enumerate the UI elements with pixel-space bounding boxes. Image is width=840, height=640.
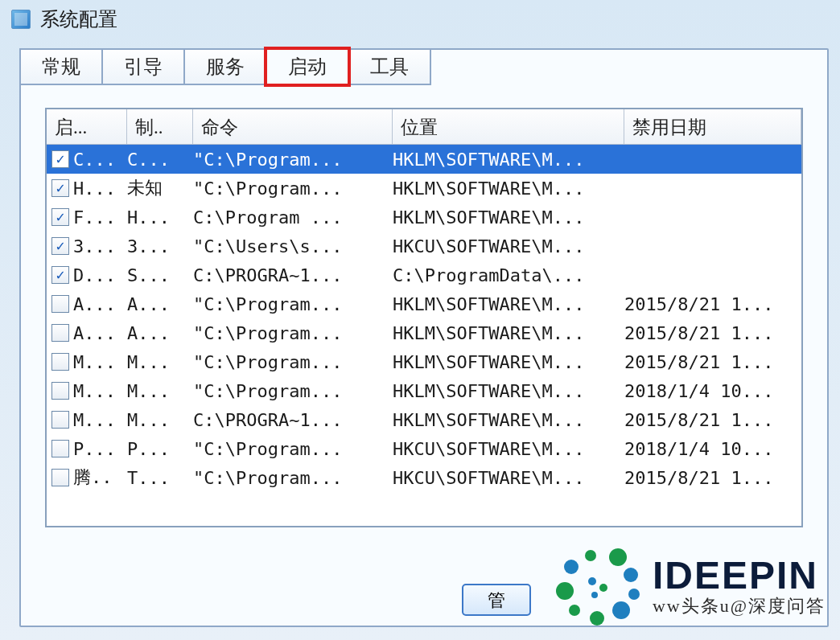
cell-c3: HKLM\SOFTWARE\M... bbox=[393, 178, 624, 199]
col-header-command[interactable]: 命令 bbox=[193, 109, 393, 144]
cell-c4: 2015/8/21 1... bbox=[624, 294, 801, 314]
cell-c1: P... bbox=[127, 439, 193, 459]
titlebar: 系统配置 bbox=[0, 0, 840, 39]
cell-startup-item: 3... bbox=[73, 236, 116, 256]
col-header-location[interactable]: 位置 bbox=[393, 109, 624, 144]
cell-startup-item: A... bbox=[73, 294, 116, 314]
table-row[interactable]: 3...3..."C:\Users\s...HKCU\SOFTWARE\M... bbox=[47, 232, 801, 261]
row-checkbox[interactable] bbox=[51, 440, 69, 457]
cell-startup-item: A... bbox=[73, 323, 116, 343]
tab-4[interactable]: 工具 bbox=[348, 48, 431, 85]
cell-startup-item: F... bbox=[73, 207, 116, 228]
cell-startup-item: M... bbox=[73, 410, 116, 430]
cell-c4: 2015/8/21 1... bbox=[624, 323, 801, 343]
table-row[interactable]: F...H...C:\Program ...HKLM\SOFTWARE\M... bbox=[47, 203, 801, 232]
cell-c2: "C:\Program... bbox=[193, 178, 393, 199]
cell-c4: 2018/1/4 10... bbox=[624, 439, 801, 459]
app-icon bbox=[11, 10, 31, 29]
cell-c1: A... bbox=[127, 323, 193, 343]
cell-c2: "C:\Users\s... bbox=[193, 236, 393, 256]
startup-list: 启... 制.. 命令 位置 禁用日期 C...C..."C:\Program.… bbox=[45, 108, 803, 527]
tab-2[interactable]: 服务 bbox=[183, 48, 267, 85]
table-row[interactable]: M...M...C:\PROGRA~1...HKLM\SOFTWARE\M...… bbox=[47, 405, 801, 434]
cell-c2: "C:\Program... bbox=[193, 381, 393, 401]
table-row[interactable]: A...A..."C:\Program...HKLM\SOFTWARE\M...… bbox=[47, 289, 801, 318]
cell-startup-item: C... bbox=[73, 150, 116, 170]
cell-c1: 未知 bbox=[127, 176, 193, 200]
table-row[interactable]: C...C..."C:\Program...HKLM\SOFTWARE\M... bbox=[47, 145, 801, 174]
cell-startup-item: M... bbox=[73, 352, 116, 372]
cell-c4: 2015/8/21 1... bbox=[624, 352, 801, 372]
cell-c2: "C:\Program... bbox=[193, 150, 393, 170]
table-row[interactable]: A...A..."C:\Program...HKLM\SOFTWARE\M...… bbox=[47, 318, 801, 347]
row-checkbox[interactable] bbox=[51, 208, 69, 226]
cell-c2: "C:\Program... bbox=[193, 323, 393, 343]
cell-c4: 2015/8/21 1... bbox=[624, 468, 801, 488]
row-checkbox[interactable] bbox=[51, 382, 69, 400]
col-header-startup-item[interactable]: 启... bbox=[47, 109, 127, 144]
bottom-button[interactable]: 管 bbox=[462, 584, 531, 616]
tab-3[interactable]: 启动 bbox=[266, 48, 349, 85]
cell-c1: 3... bbox=[127, 236, 193, 256]
cell-c1: A... bbox=[127, 294, 193, 314]
list-header: 启... 制.. 命令 位置 禁用日期 bbox=[47, 109, 801, 145]
row-checkbox[interactable] bbox=[51, 324, 69, 342]
cell-c2: C:\Program ... bbox=[193, 207, 393, 228]
col-header-manufacturer[interactable]: 制.. bbox=[127, 109, 193, 144]
row-checkbox[interactable] bbox=[51, 266, 69, 284]
row-checkbox[interactable] bbox=[51, 179, 69, 197]
row-checkbox[interactable] bbox=[51, 237, 69, 255]
cell-c1: M... bbox=[127, 381, 193, 401]
row-checkbox[interactable] bbox=[51, 150, 69, 168]
tabstrip: 常规引导服务启动工具 bbox=[19, 48, 827, 85]
cell-c1: S... bbox=[127, 265, 193, 285]
table-row[interactable]: D...S...C:\PROGRA~1...C:\ProgramData\... bbox=[47, 261, 801, 289]
cell-c2: "C:\Program... bbox=[193, 352, 393, 372]
cell-c2: C:\PROGRA~1... bbox=[193, 410, 393, 430]
cell-c4: 2018/1/4 10... bbox=[624, 381, 801, 401]
cell-c2: "C:\Program... bbox=[193, 468, 393, 488]
table-row[interactable]: H...未知"C:\Program...HKLM\SOFTWARE\M... bbox=[47, 174, 801, 203]
cell-c3: C:\ProgramData\... bbox=[393, 265, 624, 285]
cell-c3: HKLM\SOFTWARE\M... bbox=[393, 410, 624, 430]
cell-c2: "C:\Program... bbox=[193, 294, 393, 314]
cell-c4: 2015/8/21 1... bbox=[624, 410, 801, 430]
cell-c2: C:\PROGRA~1... bbox=[193, 265, 393, 285]
cell-c1: H... bbox=[127, 207, 193, 228]
tab-panel-startup: 启... 制.. 命令 位置 禁用日期 C...C..."C:\Program.… bbox=[21, 85, 827, 535]
table-row[interactable]: M...M..."C:\Program...HKLM\SOFTWARE\M...… bbox=[47, 347, 801, 376]
cell-c3: HKLM\SOFTWARE\M... bbox=[393, 323, 624, 343]
window-title: 系统配置 bbox=[40, 6, 117, 32]
cell-c3: HKCU\SOFTWARE\M... bbox=[393, 236, 624, 256]
table-row[interactable]: P...P..."C:\Program...HKCU\SOFTWARE\M...… bbox=[47, 434, 801, 463]
cell-startup-item: H... bbox=[73, 178, 116, 199]
cell-c3: HKLM\SOFTWARE\M... bbox=[393, 294, 624, 314]
tab-1[interactable]: 引导 bbox=[101, 48, 185, 85]
row-checkbox[interactable] bbox=[51, 469, 69, 486]
cell-c2: "C:\Program... bbox=[193, 439, 393, 459]
cell-c3: HKLM\SOFTWARE\M... bbox=[393, 207, 624, 228]
cell-startup-item: 腾.. bbox=[73, 466, 113, 490]
cell-c3: HKCU\SOFTWARE\M... bbox=[393, 468, 624, 488]
cell-startup-item: D... bbox=[73, 265, 116, 285]
cell-c1: M... bbox=[127, 410, 193, 430]
cell-c3: HKLM\SOFTWARE\M... bbox=[393, 150, 624, 170]
window-body: 常规引导服务启动工具 启... 制.. 命令 位置 禁用日期 C...C..."… bbox=[19, 48, 829, 627]
row-checkbox[interactable] bbox=[51, 295, 69, 313]
cell-c1: M... bbox=[127, 352, 193, 372]
table-row[interactable]: M...M..."C:\Program...HKLM\SOFTWARE\M...… bbox=[47, 376, 801, 405]
table-row[interactable]: 腾..T..."C:\Program...HKCU\SOFTWARE\M...2… bbox=[47, 463, 801, 492]
cell-c1: T... bbox=[127, 468, 193, 488]
cell-c1: C... bbox=[127, 150, 193, 170]
cell-startup-item: M... bbox=[73, 381, 116, 401]
cell-c3: HKLM\SOFTWARE\M... bbox=[393, 381, 624, 401]
cell-c3: HKLM\SOFTWARE\M... bbox=[393, 352, 624, 372]
col-header-disabled-date[interactable]: 禁用日期 bbox=[624, 109, 801, 144]
list-rows: C...C..."C:\Program...HKLM\SOFTWARE\M...… bbox=[47, 145, 801, 492]
bottom-area: 管 bbox=[21, 553, 827, 626]
cell-startup-item: P... bbox=[73, 439, 116, 459]
row-checkbox[interactable] bbox=[51, 353, 69, 371]
tab-0[interactable]: 常规 bbox=[19, 48, 103, 85]
cell-c3: HKCU\SOFTWARE\M... bbox=[393, 439, 624, 459]
row-checkbox[interactable] bbox=[51, 411, 69, 429]
